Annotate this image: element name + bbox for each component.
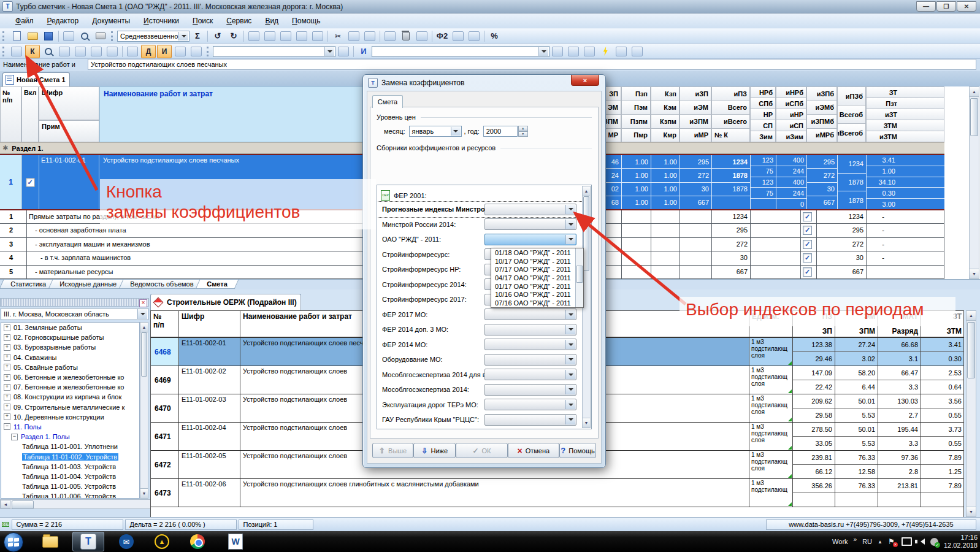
col-header-code[interactable]: Шифр bbox=[39, 86, 99, 120]
tray-chevron[interactable]: » bbox=[854, 536, 857, 543]
col-header[interactable]: иСПб bbox=[776, 98, 806, 109]
dropdown-item[interactable]: 07/17 ОАО "РЖД" - 2011 bbox=[491, 265, 583, 274]
expand-icon[interactable]: + bbox=[4, 344, 10, 351]
grid-cell[interactable]: 30 bbox=[679, 183, 711, 196]
col-header[interactable]: иЗПб bbox=[806, 86, 837, 101]
explorer-taskbar-button[interactable] bbox=[34, 532, 66, 551]
grid-cell[interactable]: 295 bbox=[806, 155, 837, 169]
scroll-up-icon[interactable]: ▲ bbox=[583, 186, 590, 196]
collection-combobox[interactable] bbox=[484, 429, 576, 429]
tree-item[interactable]: +02. Горновскрышные работы bbox=[1, 332, 139, 342]
col-header-ipzb-group[interactable]: иПЗбВсегобиВсегоб bbox=[837, 86, 866, 142]
col-header[interactable]: иЗТ bbox=[866, 109, 944, 120]
menu-item[interactable]: Помощь bbox=[285, 15, 327, 27]
dropdown-arrow-icon[interactable] bbox=[451, 127, 461, 136]
col-header[interactable]: иПЗб bbox=[837, 86, 866, 105]
chrome-taskbar-button[interactable] bbox=[182, 532, 213, 551]
tree-item[interactable]: +08. Конструкции из кирпича и блок bbox=[1, 392, 139, 402]
dropdown-item[interactable]: 04/17 ОАО "РЖД" - 2011 bbox=[491, 274, 583, 282]
tree-item[interactable]: +04. Скважины bbox=[1, 353, 139, 362]
row-number-cell[interactable]: 1 bbox=[0, 155, 22, 209]
row-enabled-cell[interactable] bbox=[21, 155, 39, 209]
scroll-up-icon[interactable]: ▲ bbox=[967, 311, 976, 321]
grid-cell[interactable]: 1.00 bbox=[621, 196, 651, 209]
catalog-tab[interactable]: Строительные ОЕРЖ (Подрайон III) bbox=[150, 294, 301, 310]
undo-button[interactable]: ↺ bbox=[210, 29, 225, 43]
find-button[interactable] bbox=[336, 45, 351, 58]
col-header[interactable]: № К bbox=[711, 129, 750, 143]
grid-cell[interactable]: 30 bbox=[806, 183, 837, 196]
col-header[interactable]: иСП bbox=[776, 120, 806, 131]
dropdown-arrow-icon[interactable] bbox=[565, 220, 575, 229]
menu-item[interactable]: Файл bbox=[9, 15, 40, 27]
search-combobox[interactable] bbox=[213, 46, 335, 57]
collection-combobox[interactable] bbox=[484, 399, 576, 410]
col-header[interactable]: иЗП bbox=[679, 86, 711, 101]
settings-button[interactable] bbox=[294, 29, 309, 43]
book-view-button[interactable] bbox=[61, 29, 76, 43]
dropdown-item[interactable]: 07/16 ОАО "РЖД" - 2011 bbox=[491, 299, 583, 307]
col-header[interactable]: НРб bbox=[750, 86, 776, 98]
catalog-row[interactable]: 6473 Е11-01-002-06 Устройство подстилающ… bbox=[151, 479, 963, 507]
i-star-button[interactable]: И bbox=[356, 45, 371, 58]
tree-item-table[interactable]: Таблица 11-01-005. Устройств bbox=[1, 481, 139, 491]
grid-cell[interactable]: 272 bbox=[806, 169, 837, 182]
sheet-tab[interactable]: Исходные данные bbox=[48, 280, 128, 289]
grid-cell[interactable]: 400 bbox=[776, 155, 806, 166]
expand-icon[interactable]: + bbox=[4, 364, 10, 370]
new-document-button[interactable] bbox=[9, 29, 24, 43]
col-header[interactable]: Пзпм bbox=[621, 115, 651, 129]
dropdown-arrow-icon[interactable] bbox=[565, 355, 575, 364]
dropdown-arrow-icon[interactable] bbox=[565, 325, 575, 334]
checkbox-checked-icon[interactable] bbox=[26, 178, 35, 187]
dialog-button[interactable]: ⇩ Ниже bbox=[413, 443, 456, 458]
collection-combobox[interactable] bbox=[484, 324, 576, 335]
col-header-nrb-group[interactable]: НРбСПбНРСПЗим bbox=[750, 86, 776, 142]
dropdown-arrow-icon[interactable] bbox=[565, 415, 575, 424]
grid-col[interactable]: 4002444002440 bbox=[776, 155, 806, 209]
preview-button[interactable] bbox=[189, 45, 204, 58]
catalog-col-code[interactable]: Шифр bbox=[179, 311, 240, 337]
close-panel-icon[interactable]: ✕ bbox=[139, 299, 147, 307]
turbosmetchik-taskbar-button[interactable] bbox=[72, 532, 104, 551]
col-header[interactable]: Кэм bbox=[651, 101, 679, 115]
col-header-inrb-group[interactable]: иНРбиСПбиНРиСПиЗим bbox=[776, 86, 806, 142]
save-button[interactable] bbox=[41, 29, 56, 43]
grid-cell[interactable]: 1878 bbox=[837, 174, 866, 192]
close-button[interactable]: ✕ bbox=[957, 1, 976, 12]
grid-cell[interactable]: 667 bbox=[806, 196, 837, 209]
tree-item-table[interactable]: Таблица 11-01-006. Устройств bbox=[1, 491, 139, 499]
properties-button[interactable] bbox=[9, 45, 24, 58]
grid-cell[interactable]: 1878 bbox=[837, 191, 866, 209]
dropdown-arrow-icon[interactable] bbox=[565, 310, 575, 319]
expand-icon[interactable]: + bbox=[4, 374, 10, 381]
col-header[interactable]: СПб bbox=[750, 98, 776, 109]
tree-item[interactable]: +09. Строительные металлические к bbox=[1, 402, 139, 412]
dialog-button[interactable]: ✓ ОК bbox=[456, 443, 507, 458]
grid-cell[interactable]: 34.10 bbox=[866, 177, 944, 188]
col-header-k-group[interactable]: КзпКэмКзпмКмр bbox=[651, 86, 679, 142]
menu-item[interactable]: Источники bbox=[137, 15, 186, 27]
grid-cell[interactable]: 75 bbox=[750, 166, 776, 177]
collapse-icon[interactable]: − bbox=[4, 423, 10, 430]
expand-icon[interactable]: + bbox=[4, 413, 10, 420]
tools-delete-button[interactable] bbox=[173, 45, 188, 58]
collection-combobox[interactable] bbox=[484, 204, 576, 215]
menu-item[interactable]: Редактор bbox=[40, 15, 86, 27]
col-header[interactable]: Всего bbox=[711, 101, 750, 115]
col-header[interactable]: Пмр bbox=[621, 129, 651, 143]
wifi-icon[interactable] bbox=[930, 538, 938, 546]
toolbar-grip[interactable] bbox=[111, 31, 115, 41]
tree-item[interactable]: +01. Земляные работы bbox=[1, 323, 139, 332]
scroll-down-icon[interactable]: ▼ bbox=[583, 418, 590, 427]
dialog-button[interactable]: × Отмена bbox=[508, 443, 559, 458]
grid-cell[interactable]: 1.00 bbox=[651, 183, 679, 196]
col-header[interactable]: ЗТМ bbox=[866, 120, 944, 131]
dropdown-arrow-icon[interactable] bbox=[178, 32, 188, 40]
filter-doc-button[interactable] bbox=[614, 45, 629, 58]
columns-button[interactable] bbox=[125, 45, 140, 58]
dropdown-item[interactable]: 10/16 ОАО "РЖД" - 2011 bbox=[491, 290, 583, 299]
language-indicator[interactable]: RU bbox=[862, 538, 872, 545]
catalog-col-num[interactable]: №п/п bbox=[151, 311, 179, 337]
tree-item[interactable]: +05. Свайные работы bbox=[1, 362, 139, 372]
